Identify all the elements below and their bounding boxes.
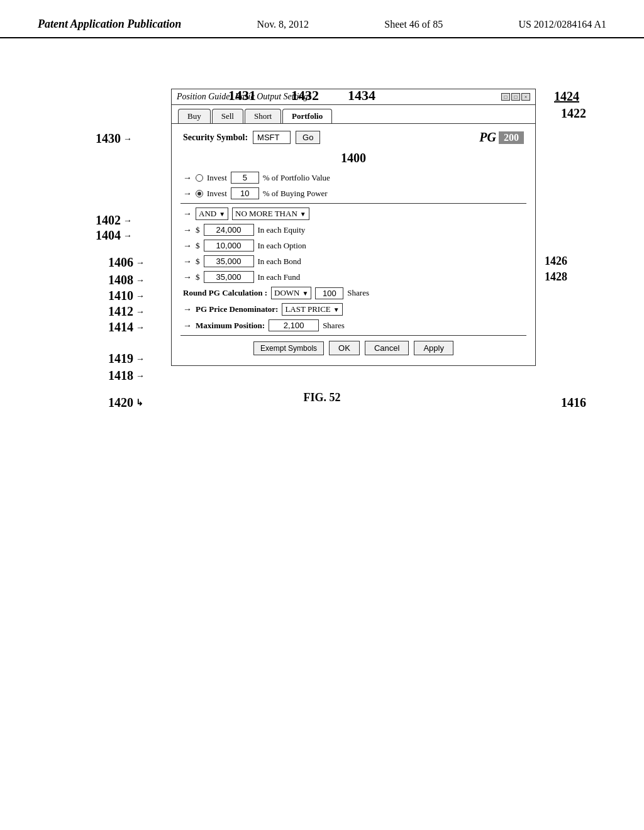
tab-ref-1434: 1434: [348, 87, 375, 104]
dialog-body: Security Symbol: Go PG 200 1400 → Invest: [172, 123, 535, 365]
radio-invest-1[interactable]: [196, 174, 203, 182]
fund-text: In each Fund: [258, 272, 301, 282]
publication-label: Patent Application Publication: [38, 18, 181, 31]
tabs-container: 1431 1432 1434 Buy Sell Short Portfolio: [172, 105, 535, 123]
option-row: → $ In each Option: [180, 240, 526, 252]
tab-buy[interactable]: Buy: [178, 109, 211, 123]
round-dropdown-arrow: ▼: [302, 290, 308, 297]
apply-button[interactable]: Apply: [414, 341, 453, 355]
option-dollar: $: [196, 241, 200, 251]
invest-value-1[interactable]: [231, 172, 259, 184]
bond-row: → $ In each Bond 1426: [180, 255, 526, 267]
ref-1406: 1406 →: [108, 255, 145, 270]
arrow-equity: →: [183, 225, 192, 235]
arrow-and: →: [183, 209, 192, 219]
page-header: Patent Application Publication Nov. 8, 2…: [0, 0, 644, 38]
ref-1412: 1412 →: [108, 304, 145, 319]
tab-short[interactable]: Short: [245, 109, 281, 123]
equity-text: In each Equity: [258, 225, 306, 235]
round-pg-label: Round PG Calculation :: [183, 288, 267, 298]
arrow-1408: →: [136, 275, 145, 285]
ref-1419: 1419 →: [108, 351, 145, 366]
option-input[interactable]: [204, 240, 254, 252]
arrow-1406: →: [136, 258, 145, 268]
pg-badge: PG 200: [479, 130, 524, 145]
exempt-symbols-button[interactable]: Exempt Symbols: [253, 341, 324, 355]
date-label: Nov. 8, 2012: [257, 19, 309, 30]
ok-button[interactable]: OK: [329, 341, 360, 355]
round-value-input[interactable]: [315, 287, 343, 299]
invest-row-2: → Invest % of Buying Power: [180, 187, 526, 199]
fund-input[interactable]: [204, 271, 254, 283]
ref-1428-label: 1428: [545, 270, 567, 284]
maximize-button[interactable]: □: [511, 93, 520, 101]
figure-caption: FIG. 52: [303, 391, 340, 404]
max-position-input[interactable]: [269, 319, 319, 331]
equity-input[interactable]: [204, 224, 254, 236]
dialog-box: Position Guide: Basic Output Settings □ …: [171, 89, 536, 366]
invest-row-1: → Invest % of Portfolio Value 1424: [180, 172, 526, 184]
max-position-shares: Shares: [323, 321, 345, 331]
invest-value-2[interactable]: [231, 187, 259, 199]
radio-invest-2[interactable]: [196, 190, 203, 197]
cancel-button[interactable]: Cancel: [365, 341, 409, 355]
button-row: Exempt Symbols OK Cancel Apply: [180, 335, 526, 359]
and-row: → AND ▼ NO MORE THAN ▼: [180, 208, 526, 220]
arrow-pg-denom: →: [183, 304, 192, 314]
ref-1426-label: 1426: [545, 255, 567, 268]
security-symbol-label: Security Symbol:: [183, 133, 248, 143]
arrow-1430: →: [123, 134, 132, 144]
arrow-fund: →: [183, 272, 192, 282]
pg-value: 200: [499, 131, 524, 144]
max-position-row: → Maximum Position: Shares: [180, 319, 526, 331]
arrow-invest-1: →: [183, 173, 192, 183]
no-more-dropdown-arrow: ▼: [300, 211, 306, 218]
tab-sell[interactable]: Sell: [212, 109, 243, 123]
minimize-button[interactable]: □: [501, 93, 510, 101]
ref-1422-label: 1422: [561, 106, 586, 121]
close-button[interactable]: ×: [521, 93, 530, 101]
and-dropdown-arrow: ▼: [219, 211, 225, 218]
go-button[interactable]: Go: [296, 131, 320, 144]
arrow-bond: →: [183, 257, 192, 267]
pg-denom-dropdown-arrow: ▼: [333, 306, 340, 313]
titlebar-buttons[interactable]: □ □ ×: [501, 93, 530, 101]
security-symbol-input[interactable]: [253, 131, 291, 144]
fund-dollar: $: [196, 272, 200, 282]
max-position-label: Maximum Position:: [196, 321, 265, 331]
invest-label-2: Invest: [207, 189, 227, 199]
dialog-area: 1430 → 1402 → 1404 → 1406 → 1408 →: [96, 89, 586, 366]
option-text: In each Option: [258, 241, 306, 251]
patent-number: US 2012/0284164 A1: [518, 19, 606, 30]
arrow-1420: ↳: [136, 397, 143, 408]
arrow-1404: →: [123, 231, 132, 241]
bond-input[interactable]: [204, 255, 254, 267]
ref-1404: 1404 →: [96, 228, 132, 243]
ref-1420: 1420 ↳: [108, 396, 143, 410]
arrow-option: →: [183, 241, 192, 251]
arrow-1418: →: [136, 371, 145, 381]
ref-1430: 1430 →: [96, 131, 132, 146]
round-dropdown[interactable]: DOWN ▼: [271, 287, 311, 299]
equity-row: → $ In each Equity: [180, 224, 526, 236]
sheet-label: Sheet 46 of 85: [384, 19, 443, 30]
ref-1418: 1418 →: [108, 368, 145, 383]
arrow-max-pos: →: [183, 321, 192, 331]
tab-portfolio[interactable]: Portfolio: [282, 109, 332, 123]
ref-1416-label: 1416: [561, 396, 586, 410]
security-symbol-row: Security Symbol: Go PG 200: [180, 130, 526, 145]
pg-denom-dropdown[interactable]: LAST PRICE ▼: [282, 303, 342, 316]
arrow-1419: →: [136, 354, 145, 364]
and-dropdown[interactable]: AND ▼: [196, 208, 228, 220]
tab-ref-1432: 1432: [291, 87, 319, 104]
pg-label: PG: [479, 130, 496, 145]
arrow-1414: →: [136, 323, 145, 333]
equity-dollar: $: [196, 225, 200, 235]
ref-1408: 1408 →: [108, 273, 145, 287]
ref-1414: 1414 →: [108, 320, 145, 335]
ref-1424-label: 1424: [554, 89, 579, 104]
no-more-dropdown[interactable]: NO MORE THAN ▼: [232, 208, 309, 220]
pg-denom-label: PG Price Denominator:: [196, 304, 278, 314]
fund-row: → $ In each Fund 1428: [180, 271, 526, 283]
buying-power-text: % of Buying Power: [263, 189, 328, 199]
